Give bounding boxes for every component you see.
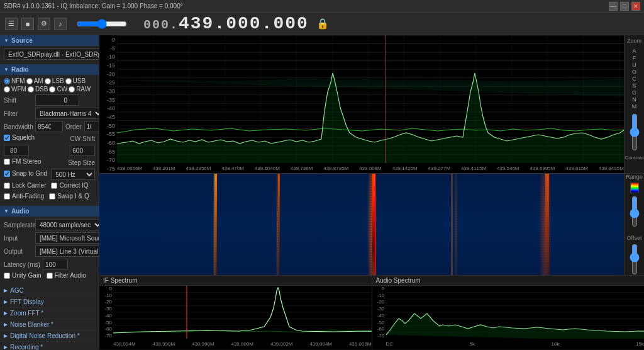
fm-stereo-checkbox[interactable] [4,159,10,165]
bandwidth-input[interactable] [35,121,63,132]
filter-select[interactable]: Blackman-Harris 4 [35,108,99,119]
stop-button[interactable]: ■ [21,18,34,30]
minimize-button[interactable]: — [609,2,618,11]
if-y-7: -70 [99,333,113,339]
offset-slider[interactable] [630,244,640,275]
mode-lsb-radio[interactable] [45,78,51,84]
audio-y-3: -30 [372,306,386,312]
maximize-button[interactable]: □ [620,2,629,11]
zoom-m[interactable]: M [632,103,637,110]
recording-arrow: ▶ [4,344,8,350]
lock-carrier-checkbox[interactable] [4,183,10,189]
zoom-u[interactable]: U [632,62,636,68]
zoom-c[interactable]: C [632,76,636,82]
zoom-fft-arrow: ▶ [4,310,8,316]
output-select[interactable]: [MME] Line 3 (Virtual /... [35,246,99,257]
lock-icon[interactable]: 🔒 [316,18,329,30]
order-label: Order [65,123,82,130]
if-freq-4: 439.002M [270,341,293,347]
samplerate-select[interactable]: 48000 sample/sec [35,219,99,230]
mode-nfm-radio[interactable] [4,78,10,84]
mode-wfm-radio[interactable] [4,86,10,93]
spectrum-area[interactable]: 0 -5 -10 -15 -20 -25 -30 -35 -40 -45 -50… [99,35,644,174]
frequency-display[interactable]: 000.439.000.000 [143,14,309,33]
recording-item[interactable]: ▶ Recording * [0,342,99,350]
cw-shift-input[interactable] [70,145,95,156]
y-label-10: -50 [99,123,117,129]
fft-display-item[interactable]: ▶ FFT Display [0,296,99,308]
toolbar-range-slider[interactable] [77,20,127,28]
range-slider[interactable] [630,196,640,227]
squelch-checkbox-label[interactable]: Squelch [4,134,35,141]
mode-raw-radio[interactable] [69,86,75,93]
mode-dsb-radio[interactable] [28,86,34,93]
audio-spectrum-svg [386,286,645,339]
squelch-value-input[interactable] [4,145,29,156]
mode-wfm[interactable]: WFM [4,86,26,93]
mode-dsb[interactable]: DSB [28,86,48,93]
zoom-s[interactable]: S [632,82,636,89]
snap-select[interactable]: 500 Hz [51,169,95,180]
close-button[interactable]: ✕ [631,2,640,11]
zoom-fft-item[interactable]: ▶ Zoom FFT * [0,308,99,319]
right-content: 0 -5 -10 -15 -20 -25 -30 -35 -40 -45 -50… [99,35,644,350]
lock-correct-row: Lock Carrier Correct IQ [4,182,95,191]
freq-tick-9: 439.277M [428,166,451,171]
fm-stereo-text: FM Stereo [12,158,42,165]
latency-input[interactable] [43,259,68,270]
mode-raw[interactable]: RAW [69,86,91,93]
swap-iq-checkbox[interactable] [49,193,55,200]
correct-iq-checkbox[interactable] [51,183,57,189]
input-select[interactable]: [MME] Microsoft Soun... [35,232,99,244]
correct-iq-label[interactable]: Correct IQ [51,182,88,189]
dnr-arrow: ▶ [4,333,8,339]
mode-am-radio[interactable] [26,78,33,84]
zoom-n[interactable]: N [632,96,636,103]
filter-audio-checkbox[interactable] [47,273,53,279]
input-row: Input [MME] Microsoft Soun... [4,232,95,244]
noise-blanker-item[interactable]: ▶ Noise Blanker * [0,319,99,330]
unity-gain-checkbox[interactable] [4,273,10,279]
output-label: Output [4,248,33,255]
lock-carrier-label[interactable]: Lock Carrier [4,182,46,189]
spectrum-svg [117,35,624,163]
squelch-checkbox[interactable] [4,135,10,141]
filter-audio-label[interactable]: Filter Audio [47,272,86,279]
waterfall-area[interactable]: Range Offset [99,174,644,276]
zoom-g[interactable]: G [632,89,636,96]
order-input[interactable] [84,121,99,132]
audio-button[interactable]: ♪ [54,18,67,30]
radio-section-header[interactable]: ▼ Radio [0,64,99,75]
mode-lsb[interactable]: LSB [45,77,64,84]
window-controls: — □ ✕ [609,2,640,11]
audio-section-header[interactable]: ▼ Audio [0,206,99,217]
dnr-item[interactable]: ▶ Digital Noise Reduction * [0,330,99,342]
freq-leading: 000. [143,18,179,32]
source-device-select[interactable]: ExtIO_SDRplay.dll - ExtIO_SDRplay.dll [4,48,99,60]
menu-button[interactable]: ☰ [5,18,18,30]
mode-cw[interactable]: CW [49,86,67,93]
anti-fading-checkbox[interactable] [4,193,10,200]
snap-checkbox[interactable] [4,171,10,177]
zoom-o[interactable]: O [632,69,636,75]
mode-nfm[interactable]: NFM [4,77,25,84]
settings-button[interactable]: ⚙ [38,18,50,30]
mode-usb-radio[interactable] [65,78,72,84]
agc-item[interactable]: ▶ AGC [0,285,99,296]
y-label-4: -20 [99,71,117,77]
zoom-f[interactable]: F [633,55,636,61]
zoom-a[interactable]: A [632,48,636,54]
shift-input[interactable] [35,94,79,106]
shift-label: Shift [4,97,33,104]
source-section-header[interactable]: ▼ Source [0,35,99,46]
fm-stereo-label[interactable]: FM Stereo [4,158,42,165]
unity-gain-label[interactable]: Unity Gain [4,272,42,279]
mode-usb[interactable]: USB [65,77,86,84]
swap-iq-label[interactable]: Swap I & Q [49,193,89,200]
freq-tick-14: 439.9495M [599,166,624,171]
contrast-slider[interactable] [630,113,640,151]
snap-checkbox-label[interactable]: Snap to Grid [4,170,47,177]
mode-cw-radio[interactable] [49,86,55,93]
anti-fading-label[interactable]: Anti-Fading [4,193,44,200]
mode-am[interactable]: AM [26,77,43,84]
